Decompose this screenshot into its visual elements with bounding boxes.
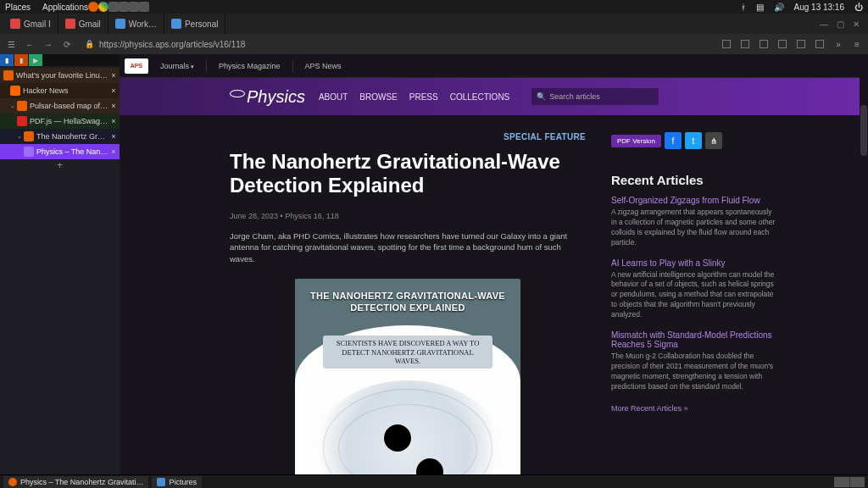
- article-sidebar: PDF Version f t ⋔ Recent Articles Self-O…: [611, 132, 776, 474]
- nav-forward-icon[interactable]: →: [42, 38, 54, 50]
- sidebar-group-button[interactable]: ▮: [14, 54, 28, 66]
- close-icon[interactable]: ×: [109, 71, 118, 80]
- page-content: APS Journals Physics Magazine APS News P…: [120, 54, 868, 474]
- window-close-icon[interactable]: ✕: [853, 19, 860, 29]
- nav-press[interactable]: PRESS: [409, 92, 438, 102]
- browser-tab[interactable]: Gmail I: [3, 14, 58, 34]
- recent-article-link[interactable]: Mismatch with Standard-Model Predictions…: [611, 330, 776, 349]
- nav-collections[interactable]: COLLECTIONS: [450, 92, 510, 102]
- more-recent-link[interactable]: More Recent Articles »: [611, 404, 688, 413]
- clock[interactable]: Aug 13 13:16: [794, 3, 845, 12]
- scrollbar[interactable]: [860, 54, 868, 474]
- tree-tab[interactable]: ⌄The Nanohertz Gravitationa…×: [0, 129, 120, 144]
- taskbar-firefox[interactable]: Physics – The Nanohertz Gravitati…: [3, 476, 148, 488]
- aps-logo[interactable]: APS: [125, 58, 148, 74]
- workspace-pager[interactable]: [834, 477, 865, 487]
- browser-tab[interactable]: Personal: [164, 14, 225, 34]
- browser-tab[interactable]: Gmail: [58, 14, 108, 34]
- share-twitter-icon[interactable]: t: [685, 132, 702, 149]
- menu-applications[interactable]: Applications: [42, 3, 88, 12]
- nav-browse[interactable]: BROWSE: [359, 92, 397, 102]
- close-icon[interactable]: ×: [109, 102, 118, 110]
- favicon-icon: [10, 86, 20, 96]
- desktop-taskbar: Physics – The Nanohertz Gravitati… Pictu…: [0, 474, 868, 488]
- nav-back-icon[interactable]: ←: [24, 38, 36, 50]
- folder-icon: [157, 478, 165, 486]
- launcher-chrome-icon[interactable]: [98, 2, 108, 12]
- menu-places[interactable]: Places: [5, 3, 31, 12]
- nav-about[interactable]: ABOUT: [319, 92, 348, 102]
- search-input[interactable]: 🔍 Search articles: [531, 88, 659, 105]
- favicon-icon: [24, 131, 34, 141]
- tab-sidebar: ▮ ▮ ▶ What's your favorite Linux “De…× H…: [0, 54, 120, 474]
- recent-article-link[interactable]: AI Learns to Play with a Slinky: [611, 258, 776, 268]
- comic-illustration: [314, 380, 501, 474]
- chevron-down-icon[interactable]: ⌄: [10, 103, 15, 109]
- subnav-apsnews[interactable]: APS News: [297, 62, 350, 70]
- overflow-icon[interactable]: »: [832, 38, 844, 50]
- subnav-magazine[interactable]: Physics Magazine: [210, 62, 289, 70]
- url-bar[interactable]: 🔒 https://physics.aps.org/articles/v16/1…: [80, 40, 714, 49]
- article-main: SPECIAL FEATURE The Nanohertz Gravitatio…: [230, 132, 586, 474]
- window-maximize-icon[interactable]: ▢: [837, 19, 844, 29]
- article-meta: June 28, 2023 • Physics 16, 118: [230, 212, 586, 220]
- chevron-down-icon[interactable]: ⌄: [17, 133, 22, 140]
- tree-tab[interactable]: What's your favorite Linux “De…×: [0, 68, 120, 83]
- close-icon[interactable]: ×: [109, 117, 118, 125]
- share-more-icon[interactable]: ⋔: [705, 132, 722, 149]
- extension-icon[interactable]: [739, 38, 751, 50]
- share-facebook-icon[interactable]: f: [665, 132, 682, 149]
- sidebar-group-button[interactable]: ▶: [29, 54, 42, 66]
- hamburger-icon[interactable]: ≡: [851, 38, 863, 50]
- comic-panel: THE NANOHERTZ GRAVITATIONAL-WAVE DETECTI…: [295, 279, 520, 474]
- pdf-version-button[interactable]: PDF Version: [611, 135, 661, 147]
- site-subnav: APS Journals Physics Magazine APS News: [120, 54, 868, 78]
- close-icon[interactable]: ×: [109, 132, 118, 141]
- close-icon[interactable]: ×: [109, 86, 118, 95]
- comic-caption: SCIENTISTS HAVE DISCOVERED A WAY TO DETE…: [323, 336, 492, 369]
- system-menubar: Places Applications ᚼ ▤ 🔊 Aug 13 13:16 ⏻: [0, 0, 868, 14]
- search-icon: 🔍: [537, 92, 546, 101]
- tree-tab[interactable]: Hacker News×: [0, 83, 120, 98]
- scroll-thumb[interactable]: [860, 105, 867, 156]
- launcher-code-icon[interactable]: [119, 2, 129, 12]
- tray-network-icon[interactable]: ▤: [756, 3, 764, 12]
- extension-icon[interactable]: [776, 38, 788, 50]
- extension-icon[interactable]: [721, 38, 732, 50]
- browser-tab[interactable]: Work…: [108, 14, 164, 34]
- taskbar-files[interactable]: Pictures: [152, 476, 202, 488]
- tree-tab[interactable]: ⌄Pulsar-based map of… | Soft…×: [0, 98, 120, 114]
- browser-tabstrip: Gmail I Gmail Work… Personal — ▢ ✕: [0, 14, 868, 34]
- extension-icon[interactable]: [795, 38, 807, 50]
- launcher-files-icon[interactable]: [108, 2, 119, 12]
- tray-power-icon[interactable]: ⏻: [854, 3, 863, 12]
- tree-tab-active[interactable]: Physics – The Nanohertz G…×: [0, 144, 120, 159]
- nav-reload-icon[interactable]: ⟳: [61, 38, 73, 50]
- launcher-firefox-icon[interactable]: [88, 2, 98, 12]
- sidebar-toggle-icon[interactable]: ☰: [5, 38, 17, 50]
- recent-article-link[interactable]: Self-Organized Zigzags from Fluid Flow: [611, 196, 776, 205]
- recent-article-summary: A zigzag arrangement that appears sponta…: [611, 208, 776, 248]
- physics-logo[interactable]: Physics: [230, 87, 305, 107]
- launcher-mail-icon[interactable]: [139, 2, 149, 12]
- tree-tab[interactable]: PDF.js — HellaSwag.ann…×: [0, 114, 120, 129]
- sidebar-group-button[interactable]: ▮: [0, 54, 14, 66]
- recent-article: Mismatch with Standard-Model Predictions…: [611, 330, 776, 392]
- recent-heading: Recent Articles: [611, 173, 776, 187]
- recent-article-summary: A new artificial intelligence algorithm …: [611, 270, 776, 320]
- extension-icon[interactable]: [758, 38, 770, 50]
- comic-title: THE NANOHERTZ GRAVITATIONAL-WAVE DETECTI…: [295, 279, 520, 326]
- tray-bluetooth-icon[interactable]: ᚼ: [741, 3, 746, 12]
- extension-icon[interactable]: [814, 38, 826, 50]
- tray-volume-icon[interactable]: 🔊: [774, 3, 784, 12]
- recent-articles: Recent Articles Self-Organized Zigzags f…: [611, 173, 776, 413]
- favicon-icon: [3, 70, 14, 80]
- window-minimize-icon[interactable]: —: [820, 19, 828, 29]
- share-row: PDF Version f t ⋔: [611, 132, 776, 149]
- launcher-terminal-icon[interactable]: [129, 2, 139, 12]
- special-feature-label: SPECIAL FEATURE: [230, 132, 586, 141]
- close-icon[interactable]: ×: [109, 147, 118, 156]
- new-tab-button[interactable]: +: [0, 159, 120, 173]
- subnav-journals[interactable]: Journals: [152, 62, 203, 70]
- favicon-icon: [24, 147, 34, 157]
